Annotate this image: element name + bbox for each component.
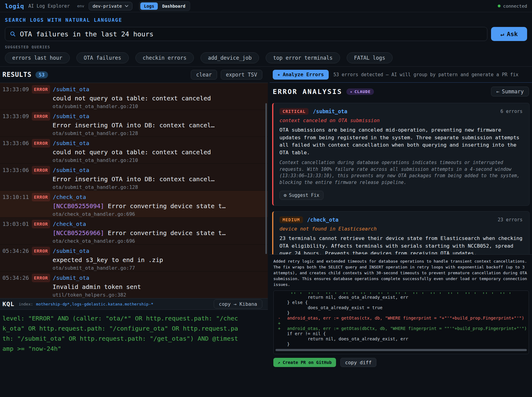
suggested-query-chip[interactable]: errors last hour (5, 52, 70, 63)
log-entry[interactable]: 13:10:11 ERROR /check_ota [NCCB05255094]… (0, 191, 268, 218)
log-level-badge: ERROR (32, 247, 50, 255)
diff-line: } else { (274, 300, 529, 305)
diff-lines: return nil, does_ota_already_exist, err … (274, 295, 529, 347)
copy-diff-button[interactable]: copy diff (340, 358, 377, 367)
log-entry[interactable]: 13:03:01 ERROR /check_ota [NCCB05256966]… (0, 218, 268, 245)
chip-label: checkin errors (143, 55, 187, 61)
log-source-file: util/token_helpers.go:382 (2, 291, 265, 298)
severity-badge: MEDIUM (279, 216, 303, 223)
suggested-query-chip[interactable]: FATAL logs (347, 52, 393, 63)
search-section-title: SEARCH LOGS WITH NATURAL LANGUAGE (5, 17, 527, 23)
ask-button-label: Ask (507, 30, 518, 38)
sparkle-icon: ✦ (277, 72, 280, 77)
error-card-assessment: Context cancellation during database ope… (279, 159, 523, 186)
suggest-fix-button[interactable]: ⚙ Suggest Fix (279, 191, 323, 200)
diff-line-text: does_ota_already_exist = true (287, 305, 382, 310)
gear-icon: ⚙ (284, 193, 286, 198)
horizontal-scrollbar[interactable] (275, 349, 527, 351)
sparkle-icon: ✦ (350, 89, 353, 94)
log-message: could not query ota table: context cance… (2, 94, 265, 103)
suggested-query-chip[interactable]: add_device_job (201, 52, 259, 63)
summary-button[interactable]: ← Summary (491, 87, 529, 96)
diff-line: does_ota_already_exist = true (274, 305, 529, 310)
device-serial: [NCCB05256966] (53, 229, 104, 237)
error-card-body: 23 terminals cannot retrieve their devic… (279, 235, 523, 257)
connected-dot-icon (498, 5, 501, 7)
kql-label: KQL (2, 300, 14, 308)
diff-code-block: return nil, does_ota_already_exist, err … (273, 290, 529, 354)
diff-marker (274, 295, 287, 300)
error-card-path: /submit_ota (313, 108, 347, 114)
log-entry[interactable]: 13:33:06 ERROR /submit_ota could not que… (0, 137, 268, 164)
analyze-bar: ✦ Analyze Errors 53 errors detected — AI… (270, 67, 532, 83)
diff-line: } (274, 310, 529, 316)
diff-marker: - (274, 316, 287, 321)
copy-kibana-button[interactable]: copy → Kibana (214, 299, 262, 309)
suggested-query-chip[interactable]: checkin errors (135, 52, 194, 63)
diff-marker (274, 305, 287, 310)
tab-logs[interactable]: Logs (140, 2, 158, 10)
log-list: 13:33:09 ERROR /submit_ota could not que… (0, 83, 268, 298)
log-message: Invalid admin token sent (2, 282, 265, 291)
log-endpoint-path: /submit_ota (53, 166, 89, 174)
chevron-down-icon (125, 5, 128, 7)
log-message-text: Invalid admin token sent (53, 283, 141, 290)
return-icon: ↵ (500, 30, 504, 38)
log-timestamp: 13:33:09 (2, 85, 29, 93)
app-root: logiq AI Log Explorer env dev-private Lo… (0, 0, 532, 397)
log-message: could not query ota table: context cance… (2, 148, 265, 157)
fix-description: Added retry logic and extended timeouts … (273, 258, 529, 287)
env-select-value: dev-private (93, 4, 122, 9)
log-source-file: ota/submit_ota_handler.go:128 (2, 184, 265, 191)
analyze-errors-button[interactable]: ✦ Analyze Errors (273, 70, 329, 80)
model-badge-label: CLAUDE (354, 89, 371, 94)
env-label: env (77, 4, 84, 8)
log-source-file: ota/submit_ota_handler.go:77 (2, 264, 265, 272)
log-message: expected s3_key to end in .zip (2, 255, 265, 264)
log-entry[interactable]: 05:34:26 ERROR /submit_ota expected s3_k… (0, 245, 268, 272)
suggested-queries: errors last hour OTA failures checkin er… (5, 52, 527, 63)
diff-line-text: return nil, does_ota_already_exist, err (287, 336, 408, 342)
summary-button-label: Summary (502, 88, 524, 95)
kql-index-label: index: (19, 302, 33, 306)
suggested-query-chip[interactable]: OTA failures (76, 52, 129, 63)
env-select[interactable]: dev-private (89, 2, 132, 10)
log-endpoint-path: /submit_ota (53, 247, 89, 255)
diff-line: + (274, 321, 529, 326)
clear-button[interactable]: clear (191, 70, 217, 80)
arrow-up-right-icon: ↗ (278, 360, 280, 365)
vertical-scrollbar[interactable] (265, 103, 267, 254)
create-pr-button[interactable]: ↗ Create PR on GitHub (273, 358, 336, 367)
log-endpoint-path: /submit_ota (53, 274, 89, 282)
export-tsv-button[interactable]: export TSV (221, 70, 262, 80)
log-message: [NCCB05255094] Error converting device s… (2, 201, 265, 211)
log-entry[interactable]: 13:33:09 ERROR /submit_ota could not que… (0, 83, 268, 110)
diff-line-text: if err != nil { (287, 331, 326, 336)
ask-button[interactable]: ↵ Ask (491, 27, 527, 41)
log-entry[interactable]: 05:34:26 ERROR /submit_ota Invalid admin… (0, 272, 268, 298)
suggested-query-chip[interactable]: top error terminals (266, 52, 340, 63)
log-level-badge: ERROR (32, 112, 50, 121)
connection-status: connected (498, 4, 527, 9)
results-header: RESULTS 53 clear export TSV (0, 67, 268, 83)
search-input[interactable] (20, 30, 482, 38)
log-level-badge: ERROR (32, 220, 50, 228)
analysis-title: ERROR ANALYSIS (273, 88, 342, 96)
kql-index-value: mothership-dp*,logs-gdelastic.katana.mot… (36, 302, 153, 306)
log-entry[interactable]: 13:33:09 ERROR /submit_ota Error inserti… (0, 110, 268, 137)
clipped-code-line (291, 292, 516, 294)
diff-line: return nil, does_ota_already_exist, err (274, 336, 529, 342)
diff-line-text: return nil, does_ota_already_exist, err (287, 295, 408, 300)
app-title: AI Log Explorer (28, 3, 70, 9)
error-card-path: /check_ota (307, 217, 338, 223)
log-endpoint-path: /submit_ota (53, 85, 89, 93)
analyze-errors-label: Analyze Errors (283, 72, 324, 77)
log-message-text: could not query ota table: context cance… (53, 148, 211, 156)
log-timestamp: 13:33:09 (2, 112, 29, 120)
chip-label: FATAL logs (354, 55, 385, 61)
diff-marker (274, 336, 287, 342)
error-card-subtitle: context canceled on OTA submission (279, 118, 523, 123)
log-entry[interactable]: 13:33:06 ERROR /submit_ota Error inserti… (0, 164, 268, 191)
log-source-file: ota/check_ota_handler.go:696 (2, 238, 265, 245)
tab-dashboard[interactable]: Dashboard (158, 2, 189, 10)
